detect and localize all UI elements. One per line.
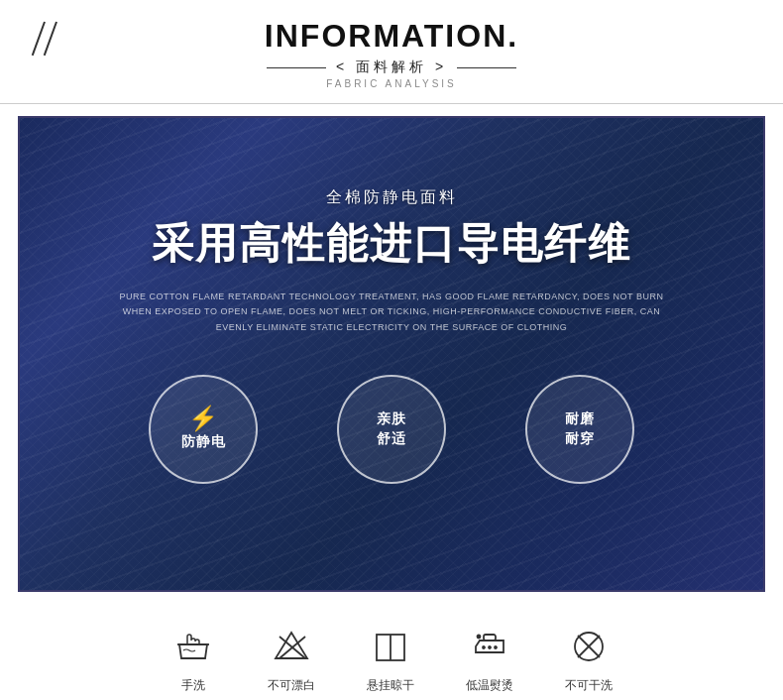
svg-point-8 (495, 646, 497, 648)
care-icon-hangdry (368, 624, 413, 669)
feature-circle-antistatic: ⚡ 防静电 (149, 375, 258, 484)
fabric-description: PURE COTTON FLAME RETARDANT TECHNOLOGY T… (114, 290, 669, 335)
header-divider: < 面料解析 > (0, 58, 783, 76)
subtitle-cn: < 面料解析 > (336, 58, 447, 76)
header-section: INFORMATION. < 面料解析 > FABRIC ANALYSIS (0, 0, 783, 103)
care-label-handwash: 手洗 (181, 677, 205, 694)
slash-line-1 (32, 22, 46, 57)
feature-label-wearresistant: 耐磨耐穿 (565, 409, 595, 448)
svg-rect-5 (484, 635, 496, 641)
divider-line-right (457, 67, 516, 68)
no-dry-clean-icon (569, 627, 609, 666)
fabric-title-big: 采用高性能进口导电纤维 (152, 216, 631, 272)
care-section: 手洗 不可漂白 悬挂晾干 (0, 604, 783, 700)
feature-label-skinfriendly: 亲肤舒适 (377, 409, 406, 448)
subtitle-en: FABRIC ANALYSIS (0, 78, 783, 89)
care-icon-nodryclean (566, 624, 612, 669)
feature-label-antistatic: 防静电 (181, 432, 226, 452)
care-item-hangdry: 悬挂晾干 (367, 624, 414, 694)
svg-point-6 (483, 646, 485, 648)
divider-line-left (267, 67, 326, 68)
care-icon-lowiron (467, 624, 512, 669)
care-icon-nobleach (269, 624, 314, 669)
fabric-inner: 全棉防静电面料 采用高性能进口导电纤维 PURE COTTON FLAME RE… (18, 116, 765, 592)
slash-decoration (30, 22, 79, 52)
feature-circle-skinfriendly: 亲肤舒适 (337, 375, 446, 484)
svg-point-7 (489, 646, 491, 648)
hang-dry-icon (371, 627, 410, 666)
care-label-nodryclean: 不可干洗 (565, 677, 613, 694)
slash-line-2 (44, 22, 57, 57)
care-item-lowiron: 低温熨烫 (466, 624, 513, 694)
fabric-subtitle: 全棉防静电面料 (326, 187, 458, 208)
care-label-nobleach: 不可漂白 (268, 677, 315, 694)
fabric-content: 全棉防静电面料 采用高性能进口导电纤维 PURE COTTON FLAME RE… (20, 118, 763, 484)
care-item-handwash: 手洗 (170, 624, 216, 694)
care-label-hangdry: 悬挂晾干 (367, 677, 414, 694)
header-title: INFORMATION. (0, 18, 783, 55)
svg-point-9 (478, 636, 481, 639)
fabric-section: 全棉防静电面料 采用高性能进口导电纤维 PURE COTTON FLAME RE… (0, 104, 783, 604)
feature-circles: ⚡ 防静电 亲肤舒适 耐磨耐穿 (149, 375, 634, 484)
no-bleach-icon (272, 627, 311, 666)
care-item-nobleach: 不可漂白 (268, 624, 315, 694)
care-label-lowiron: 低温熨烫 (466, 677, 513, 694)
low-iron-icon (470, 627, 509, 666)
hand-wash-icon (173, 627, 213, 666)
feature-circle-wearresistant: 耐磨耐穿 (525, 375, 634, 484)
care-item-nodryclean: 不可干洗 (565, 624, 613, 694)
care-icon-handwash (170, 624, 216, 669)
lightning-icon: ⚡ (188, 407, 218, 430)
